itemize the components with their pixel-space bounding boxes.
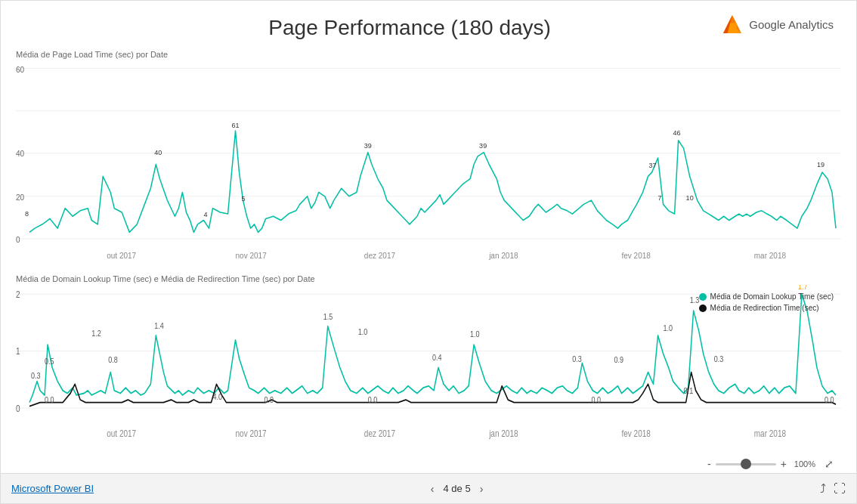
svg-text:39: 39 (479, 142, 487, 150)
svg-text:10: 10 (686, 194, 694, 202)
svg-text:0.0: 0.0 (45, 395, 54, 404)
legend-label-2: Média de Redirection Time (sec) (710, 304, 819, 312)
svg-text:1.7: 1.7 (798, 285, 808, 291)
powerbi-link[interactable]: Microsoft Power BI (11, 483, 94, 494)
legend-label-1: Média de Domain Lookup Time (sec) (710, 292, 834, 301)
svg-text:4.0: 4.0 (212, 392, 222, 401)
footer-bar: Microsoft Power BI ‹ 4 de 5 › ⤴ ⛶ (1, 473, 856, 503)
expand-icon[interactable]: ⤢ (825, 458, 834, 470)
svg-text:0.3: 0.3 (572, 354, 582, 363)
svg-text:nov 2017: nov 2017 (236, 252, 267, 260)
page-title: Page Performance (180 days) (107, 8, 713, 40)
svg-text:mar 2018: mar 2018 (754, 428, 786, 438)
svg-text:4: 4 (203, 211, 207, 218)
svg-text:0.1: 0.1 (684, 386, 694, 395)
zoom-minus[interactable]: - (707, 458, 711, 470)
svg-text:46: 46 (673, 129, 681, 137)
zoom-bar: - + 100% ⤢ (16, 455, 841, 473)
svg-text:1.5: 1.5 (323, 312, 333, 321)
svg-text:60: 60 (16, 66, 24, 74)
svg-text:1.4: 1.4 (154, 322, 164, 331)
main-container: Page Performance (180 days) Google Analy… (0, 0, 857, 504)
svg-text:0.0: 0.0 (825, 395, 834, 404)
svg-text:0.0: 0.0 (368, 395, 378, 404)
chart1-wrapper: 60 40 20 0 8 40 4 5 61 39 39 37 46 7 10 … (16, 60, 841, 268)
zoom-slider-thumb[interactable] (741, 459, 751, 469)
chart2-label: Média de Domain Lookup Time (sec) e Médi… (16, 274, 841, 283)
svg-text:0.9: 0.9 (614, 356, 623, 365)
prev-page-arrow[interactable]: ‹ (431, 483, 435, 495)
svg-text:1.0: 1.0 (470, 330, 480, 339)
footer-icons: ⤴ ⛶ (820, 482, 846, 496)
svg-text:jan 2018: jan 2018 (488, 428, 518, 438)
content-area: Page Performance (180 days) Google Analy… (1, 1, 856, 473)
share-icon[interactable]: ⤴ (820, 482, 826, 496)
fullscreen-icon[interactable]: ⛶ (834, 482, 846, 496)
svg-text:1.0: 1.0 (664, 323, 673, 332)
svg-text:0.3: 0.3 (714, 354, 724, 363)
svg-text:19: 19 (817, 160, 825, 168)
svg-text:fev 2018: fev 2018 (621, 428, 650, 438)
ga-logo: Google Analytics (713, 8, 841, 40)
svg-text:39: 39 (364, 142, 372, 150)
svg-text:out 2017: out 2017 (107, 252, 136, 260)
legend-dot-teal (699, 293, 707, 301)
zoom-slider-track[interactable] (716, 463, 776, 465)
header-row: Page Performance (180 days) Google Analy… (16, 8, 841, 40)
legend-item-2: Média de Redirection Time (sec) (699, 304, 834, 312)
svg-text:1: 1 (16, 347, 20, 357)
svg-text:0: 0 (16, 236, 20, 244)
legend-dot-black (699, 305, 707, 312)
svg-text:0: 0 (16, 404, 20, 413)
svg-text:0.0: 0.0 (265, 395, 274, 404)
chart2-wrapper: 2 1 0 0.3 0.5 0.0 1.2 0.8 4.0 1.4 0.0 1.… (16, 285, 841, 455)
svg-text:0.3: 0.3 (31, 371, 41, 380)
svg-text:2: 2 (16, 289, 20, 299)
pagination: ‹ 4 de 5 › (431, 483, 484, 495)
svg-text:mar 2018: mar 2018 (754, 252, 787, 260)
svg-text:8: 8 (25, 210, 29, 218)
chart2-legend: Média de Domain Lookup Time (sec) Média … (699, 292, 834, 312)
svg-text:out 2017: out 2017 (107, 428, 136, 438)
svg-text:0.8: 0.8 (108, 356, 118, 365)
ga-icon (720, 12, 744, 36)
chart1-label: Média de Page Load Time (sec) por Date (16, 50, 841, 59)
svg-text:nov 2017: nov 2017 (236, 428, 267, 438)
page-indicator: 4 de 5 (443, 483, 470, 494)
svg-text:dez 2017: dez 2017 (364, 252, 395, 260)
svg-text:0.4: 0.4 (432, 353, 442, 362)
svg-text:fev 2018: fev 2018 (621, 252, 651, 260)
svg-text:40: 40 (154, 149, 162, 156)
svg-text:61: 61 (232, 122, 240, 129)
svg-text:dez 2017: dez 2017 (364, 428, 395, 438)
svg-text:20: 20 (16, 193, 24, 202)
svg-text:jan 2018: jan 2018 (488, 252, 518, 260)
ga-text: Google Analytics (749, 18, 834, 31)
svg-text:40: 40 (16, 150, 24, 158)
svg-text:1.2: 1.2 (91, 329, 101, 338)
svg-text:5: 5 (242, 195, 246, 203)
svg-text:0.5: 0.5 (45, 357, 54, 366)
next-page-arrow[interactable]: › (480, 483, 484, 495)
zoom-plus[interactable]: + (781, 458, 787, 470)
svg-text:37: 37 (649, 162, 657, 169)
zoom-percent: 100% (794, 459, 815, 468)
svg-text:1.0: 1.0 (358, 327, 368, 336)
chart1-svg: 60 40 20 0 8 40 4 5 61 39 39 37 46 7 10 … (16, 60, 841, 268)
legend-item-1: Média de Domain Lookup Time (sec) (699, 292, 834, 301)
svg-text:7: 7 (658, 194, 662, 202)
svg-text:0.0: 0.0 (591, 395, 601, 404)
